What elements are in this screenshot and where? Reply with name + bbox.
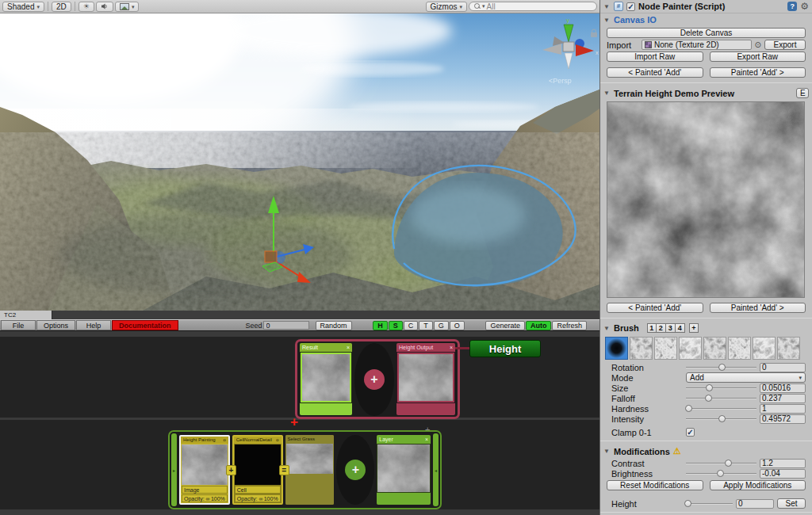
node-opacity-strip[interactable]: Opacity: ∞ 100%	[182, 494, 228, 502]
rotation-slider[interactable]	[686, 363, 756, 372]
hardness-value-field[interactable]	[760, 404, 806, 414]
brightness-value-field[interactable]	[760, 469, 806, 479]
node-result[interactable]: Result ×	[300, 343, 352, 415]
draw-mode-dropdown[interactable]: Shaded ▾	[2, 2, 44, 12]
node-height-output[interactable]: Height Output ×	[396, 343, 455, 415]
painted-next-button[interactable]: Painted 'Add' >	[710, 67, 806, 78]
set-height-button[interactable]: Set	[777, 498, 806, 509]
hardness-slider[interactable]	[686, 404, 756, 414]
options-icon[interactable]: o	[276, 437, 278, 444]
group-edge-handle[interactable]: ▸	[171, 433, 177, 506]
edit-preview-button[interactable]: E	[796, 88, 809, 98]
options-icon[interactable]: o	[223, 437, 225, 444]
foldout-icon[interactable]: ▼	[603, 3, 611, 10]
toggle-s[interactable]: S	[389, 321, 403, 330]
import-texture-field[interactable]: None (Texture 2D)	[642, 40, 752, 50]
clamp-checkbox[interactable]: ✓	[686, 428, 695, 437]
falloff-value-field[interactable]	[760, 394, 806, 403]
blend-equals-connector[interactable]: =	[279, 465, 289, 475]
random-button[interactable]: Random	[316, 321, 352, 330]
toggle-o[interactable]: O	[450, 321, 465, 330]
brush-thumb[interactable]	[654, 337, 677, 360]
brush-slot-3[interactable]: 3	[666, 323, 676, 333]
apply-modifications-button[interactable]: Apply Modifications	[710, 480, 806, 490]
foldout-icon[interactable]: ▼	[603, 448, 611, 455]
painted-prev-button[interactable]: < Painted 'Add'	[607, 303, 703, 313]
brush-slot-2[interactable]: 2	[657, 323, 666, 333]
component-enabled-checkbox[interactable]: ✓	[626, 2, 635, 11]
toggle-c[interactable]: C	[404, 321, 419, 330]
rotation-value-field[interactable]	[760, 363, 806, 372]
menu-options[interactable]: Options	[36, 320, 75, 330]
size-value-field[interactable]	[760, 383, 806, 393]
seed-input[interactable]	[263, 321, 309, 330]
contrast-slider[interactable]	[686, 459, 756, 468]
brush-thumb[interactable]	[630, 337, 653, 360]
toggle-g[interactable]: G	[434, 321, 449, 330]
delete-canvas-button[interactable]: Delete Canvas	[607, 28, 806, 38]
node-connector-slot[interactable]: +	[354, 343, 394, 416]
effects-dropdown[interactable]: ▾	[115, 2, 140, 12]
scene-view[interactable]: y x <Persp	[0, 13, 599, 311]
generate-button[interactable]: Generate	[485, 321, 525, 330]
lighting-toggle-button[interactable]: ☀	[79, 2, 94, 12]
object-picker-icon[interactable]: ⊙	[755, 40, 761, 49]
close-icon[interactable]: ×	[450, 343, 453, 352]
export-raw-button[interactable]: Export Raw	[710, 52, 806, 62]
refresh-button[interactable]: Refresh	[552, 321, 587, 330]
group-edge-handle[interactable]: ◂	[433, 433, 439, 506]
export-button[interactable]: Export	[764, 40, 806, 50]
size-slider[interactable]	[686, 383, 756, 393]
height-slider[interactable]	[686, 499, 733, 509]
node-select-grass[interactable]: Select Grass	[285, 435, 335, 505]
blend-add-connector[interactable]: +	[226, 465, 236, 475]
height-output-tag[interactable]: Height	[469, 340, 541, 357]
section-brush[interactable]: ▼ Brush 1 2 3 4 +	[600, 322, 812, 334]
auto-toggle[interactable]: Auto	[526, 321, 552, 330]
component-header[interactable]: ▼ # ✓ Node Painter (Script) ? ⚙	[600, 0, 812, 13]
height-value-field[interactable]	[736, 499, 774, 509]
gizmos-dropdown[interactable]: Gizmos ▾	[426, 2, 467, 12]
add-node-icon[interactable]: +	[345, 460, 366, 480]
foldout-icon[interactable]: ▼	[603, 325, 611, 332]
section-preview[interactable]: ▼ Terrain Height Demo Preview E	[600, 86, 812, 100]
tab-tc2[interactable]: TC2	[0, 311, 52, 319]
mode-dropdown[interactable]: Add ▾	[686, 372, 806, 383]
menu-file[interactable]: File	[1, 320, 36, 330]
section-modifications[interactable]: ▼ Modifications ⚠	[600, 444, 812, 458]
toggle-t[interactable]: T	[419, 321, 433, 330]
intensity-slider[interactable]	[686, 414, 756, 424]
brush-thumb[interactable]	[679, 337, 702, 360]
add-node-icon[interactable]: +	[364, 369, 385, 390]
intensity-value-field[interactable]	[760, 414, 806, 424]
gear-icon[interactable]: ⚙	[800, 1, 809, 12]
painted-next-button[interactable]: Painted 'Add' >	[710, 303, 806, 313]
falloff-slider[interactable]	[686, 394, 756, 403]
node-opacity-strip[interactable]: Opacity: ∞ 100%	[235, 494, 281, 502]
brush-slot-4[interactable]: 4	[676, 323, 685, 333]
brush-thumb[interactable]	[703, 337, 726, 360]
brush-thumb[interactable]	[753, 337, 776, 360]
close-icon[interactable]: ×	[347, 343, 350, 352]
toggle-h[interactable]: H	[373, 321, 388, 330]
node-connector-slot[interactable]: +	[336, 435, 374, 505]
node-group-layer[interactable]: ▸ Height Painting o Image Opacity: ∞ 100	[168, 430, 442, 509]
foldout-icon[interactable]: ▼	[603, 90, 611, 97]
node-group-output[interactable]: Result × + Height Output ×	[295, 339, 460, 419]
node-editor-canvas[interactable]: Result × + Height Output ×	[0, 331, 599, 515]
brush-thumb[interactable]	[777, 337, 800, 360]
menu-documentation[interactable]: Documentation	[112, 320, 178, 330]
close-icon[interactable]: ×	[425, 435, 428, 444]
2d-toggle-button[interactable]: 2D	[52, 2, 71, 12]
scene-search-input[interactable]: ▾ All	[469, 2, 597, 11]
import-raw-button[interactable]: Import Raw	[607, 52, 703, 62]
painted-prev-button[interactable]: < Painted 'Add'	[607, 67, 703, 78]
brightness-slider[interactable]	[686, 469, 756, 479]
node-cell-normal-detail[interactable]: CellNormalDetail o Cell Opacity: ∞ 100%	[232, 435, 283, 505]
node-height-painting[interactable]: Height Painting o Image Opacity: ∞ 100%	[179, 435, 230, 505]
brush-thumb[interactable]	[728, 337, 751, 360]
menu-help[interactable]: Help	[76, 320, 111, 330]
node-layer[interactable]: Layer ×	[377, 435, 431, 505]
audio-toggle-button[interactable]	[96, 2, 113, 12]
brush-thumb-selected[interactable]	[605, 337, 628, 360]
